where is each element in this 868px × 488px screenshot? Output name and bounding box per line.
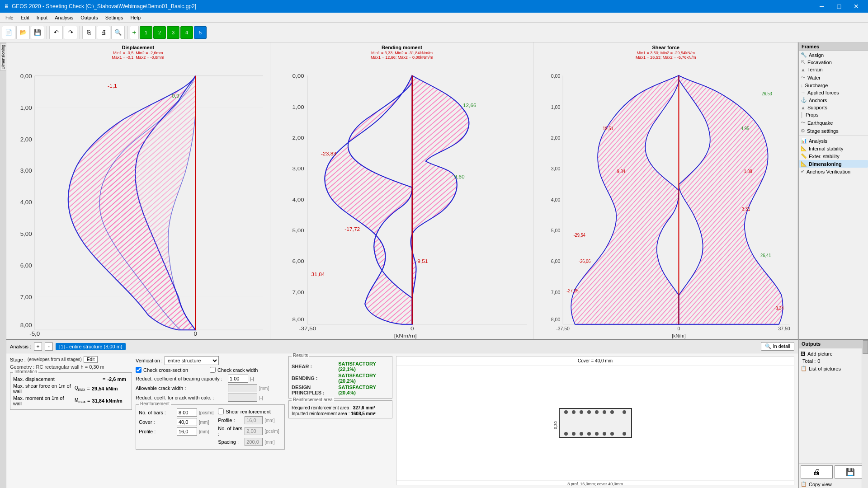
panel-item-anchors[interactable]: ⚓ Anchors <box>799 96 868 104</box>
panel-item-exter-stability[interactable]: 📏 Exter. stability <box>799 152 868 160</box>
shear-result-value: SATISFACTORY (22,1%) <box>338 361 389 372</box>
anchors-label: Anchors <box>809 98 827 103</box>
svg-text:[kNm/m]: [kNm/m] <box>394 333 416 339</box>
svg-text:8,00: 8,00 <box>292 317 304 323</box>
panel-item-supports[interactable]: ▲ Supports <box>799 104 868 111</box>
minimize-button[interactable]: ─ <box>814 0 830 13</box>
panel-item-water[interactable]: 〜 Water <box>799 73 868 82</box>
cover-row: Cover : [mm] <box>139 418 213 426</box>
undo-button[interactable]: ↶ <box>49 26 63 39</box>
panel-separator <box>799 136 868 136</box>
surcharge-label: Surcharge <box>805 83 828 88</box>
svg-text:0,30: 0,30 <box>553 421 558 429</box>
scroll-thumb[interactable] <box>863 340 868 354</box>
analysis-add-button[interactable]: + <box>34 343 42 351</box>
svg-text:6,00: 6,00 <box>292 258 304 264</box>
max-moment-row: Max. moment on 1m of wall Mmax = 31,84 k… <box>13 395 129 406</box>
edit-button[interactable]: Edit <box>84 356 98 363</box>
svg-text:2,00: 2,00 <box>551 135 560 141</box>
menu-outputs[interactable]: Outputs <box>77 14 102 21</box>
displacement-subtitle2: Max1 = -0,1; Max2 = -0,8mm <box>8 55 268 60</box>
add-stage-button[interactable]: + <box>130 26 139 39</box>
earthquake-label: Earthquake <box>807 120 833 126</box>
stage-5-button[interactable]: 5 <box>194 26 207 39</box>
panel-item-applied-forces[interactable]: → Applied forces <box>799 89 868 96</box>
maximize-button[interactable]: □ <box>831 0 847 13</box>
new-button[interactable]: 📄 <box>2 26 15 39</box>
rebar-bot-3 <box>580 432 583 436</box>
stage-2-button[interactable]: 2 <box>153 26 166 39</box>
redo-button[interactable]: ↷ <box>64 26 77 39</box>
list-of-pictures-item[interactable]: 📋 List of pictures <box>799 365 868 372</box>
copy-view-item[interactable]: 📋 Copy view <box>799 480 868 488</box>
analysis-label-text: Analysis : <box>10 344 31 349</box>
stage-3-button[interactable]: 3 <box>167 26 179 39</box>
scroll-bar[interactable] <box>862 340 868 488</box>
reduct-coeff-crack-label: Reduct. coeff. for crack width calc. : <box>136 395 226 400</box>
panel-item-dimensioning[interactable]: 📐 Dimensioning <box>799 160 868 168</box>
zoom-button[interactable]: 🔍 <box>111 26 125 39</box>
verification-select[interactable]: entire structure <box>165 356 219 365</box>
analysis-label: Analysis <box>809 138 827 144</box>
svg-text:-1,88: -1,88 <box>743 169 753 174</box>
max-disp-label: Max. displacement <box>13 376 99 382</box>
menu-file[interactable]: File <box>2 14 17 21</box>
menu-edit[interactable]: Edit <box>17 14 33 21</box>
check-crack-width-label: Check crack width <box>217 367 258 373</box>
analysis-structure-button[interactable]: [1] - entire structure (8,00 m) <box>56 343 126 350</box>
shear-no-bars-label: No. of bars : <box>218 426 243 436</box>
open-button[interactable]: 📂 <box>16 26 30 39</box>
panel-item-surcharge[interactable]: ↓ Surcharge <box>799 82 868 89</box>
reduct-coeff-input[interactable] <box>228 375 248 383</box>
svg-text:-29,54: -29,54 <box>574 233 586 238</box>
cover-label: Cover : <box>139 419 175 425</box>
stage-label: Stage : <box>10 357 26 362</box>
panel-item-stage-settings[interactable]: ⚙ Stage settings <box>799 127 868 135</box>
separator-3 <box>127 26 127 39</box>
menu-help[interactable]: Help <box>127 14 144 21</box>
panel-item-assign[interactable]: 🔧 Assign <box>799 51 868 59</box>
cover-input[interactable] <box>177 418 197 426</box>
menu-settings[interactable]: Settings <box>102 14 127 21</box>
svg-text:-5,0: -5,0 <box>29 331 40 337</box>
check-crack-width-checkbox[interactable] <box>210 367 216 373</box>
svg-text:4,00: 4,00 <box>20 200 32 206</box>
add-picture-item[interactable]: 🖼 Add picture <box>799 350 868 357</box>
equals-sign-3: = <box>87 398 90 404</box>
dimensioning-tab[interactable]: Dimensioning <box>0 43 6 71</box>
in-detail-button[interactable]: 🔍 In detail <box>761 342 794 351</box>
stage-4-button[interactable]: 4 <box>180 26 193 39</box>
svg-text:5,00: 5,00 <box>292 228 304 234</box>
rebar-bot-2 <box>572 432 576 436</box>
reinforcement-left: No. of bars : [pcs/m] Cover : [mm] Profi… <box>139 408 213 447</box>
save-button[interactable]: 💾 <box>31 26 44 39</box>
svg-text:4,00: 4,00 <box>551 197 560 202</box>
svg-text:4,00: 4,00 <box>292 197 304 203</box>
panel-item-props[interactable]: │ Props <box>799 111 868 118</box>
check-cross-section-row: Check cross-section Check crack width <box>136 367 285 373</box>
stage-1-button[interactable]: 1 <box>140 26 152 39</box>
profile-input[interactable] <box>177 427 197 436</box>
close-button[interactable]: ✕ <box>848 0 864 13</box>
outputs-actions: 🖨 💾 <box>799 463 868 480</box>
panel-item-excavation[interactable]: ⛏ Excavation <box>799 59 868 66</box>
supports-label: Supports <box>807 105 827 110</box>
panel-item-terrain[interactable]: ▲ Terrain <box>799 66 868 73</box>
svg-text:6,00: 6,00 <box>20 263 32 269</box>
shear-reinforcement-checkbox[interactable] <box>218 408 224 414</box>
panel-item-anchors-verification[interactable]: ✔ Anchors Verification <box>799 168 868 175</box>
panel-item-internal-stability[interactable]: 📐 Internal stability <box>799 145 868 152</box>
rebar-bot-5 <box>595 432 599 436</box>
print-output-button[interactable]: 🖨 <box>801 465 833 479</box>
panel-item-earthquake[interactable]: 〜 Earthquake <box>799 118 868 127</box>
info-content: Max. displacement = -2,6 mm Max. shear f… <box>13 375 129 406</box>
check-cross-section-checkbox[interactable] <box>136 367 142 373</box>
analysis-remove-button[interactable]: - <box>45 343 53 351</box>
menu-input[interactable]: Input <box>33 14 51 21</box>
panel-item-analysis[interactable]: 📊 Analysis <box>799 137 868 145</box>
max-displacement-row: Max. displacement = -2,6 mm <box>13 376 129 382</box>
copy-button[interactable]: ⎘ <box>82 26 96 39</box>
no-bars-input[interactable] <box>177 408 197 417</box>
menu-analysis[interactable]: Analysis <box>51 14 77 21</box>
print-button[interactable]: 🖨 <box>97 26 110 39</box>
